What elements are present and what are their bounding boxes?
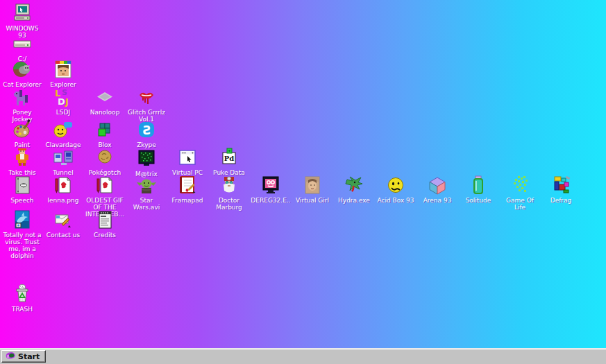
puke-data-icon: Pd [218, 146, 240, 168]
paint-palette-icon [11, 119, 33, 141]
desktop-icon-defrag[interactable]: Defrag [541, 174, 581, 204]
lsdj-icon: LSDJ [52, 86, 74, 108]
desktop-icon-label: Speech [10, 197, 33, 204]
desktop-icon-clavardage[interactable]: Clavardage [43, 119, 83, 148]
desktop-icon-label: Totally not a virus. Trust me, im a dolp… [2, 232, 42, 259]
dolphin-photo-icon [11, 209, 33, 231]
desktop-icon-label: Solitude [466, 197, 491, 204]
desktop-icon-virtual-girl[interactable]: Virtual Girl [292, 174, 333, 204]
windows93-desktop-screen: WINDOWS 93 C:/ Cat Explorer Explorer Pon… [0, 0, 606, 364]
desktop-icon-label: Virtual Girl [296, 197, 329, 204]
matrix-screen-icon [135, 148, 158, 170]
mail-pencil-icon [52, 209, 74, 231]
desktop-icon-poney-jockey[interactable]: Poney Jockey [2, 86, 42, 123]
desktop-area[interactable]: WINDOWS 93 C:/ Cat Explorer Explorer Pon… [0, 0, 606, 349]
windows93-logo-icon [5, 351, 16, 362]
desktop-icon-puke-data[interactable]: Pd Puke Data [209, 146, 249, 176]
desktop-icon-pok-gotch[interactable]: Pokégotch [85, 146, 125, 176]
drive-icon [11, 33, 33, 55]
start-button-label: Start [18, 353, 40, 361]
desktop-icon-acid-box-93[interactable]: Acid Box 93 [376, 174, 416, 204]
desktop-icon-framapad[interactable]: Framapad [167, 174, 208, 204]
desktop-icon-doctor-marburg[interactable]: Doctor Marburg [209, 174, 249, 211]
desktop-icon-cat-explorer[interactable]: Cat Explorer [2, 58, 42, 88]
desktop-icon-label: Framapad [172, 197, 203, 204]
desktop-icon-label: Doctor Marburg [209, 197, 249, 211]
dragon-icon [343, 174, 365, 196]
desktop-icon-star-wars-avi[interactable]: Star Wars.avi [126, 174, 167, 211]
tunnel-icon [52, 146, 74, 168]
desktop-icon-game-of-life[interactable]: Game Of Life [500, 174, 540, 211]
girl-photo-icon [301, 174, 323, 196]
lips-icon [135, 86, 158, 108]
taskbar: Start [0, 348, 606, 364]
desktop-icon-hydra-exe[interactable]: Hydra.exe [334, 174, 374, 204]
yoda-icon [135, 174, 158, 196]
acid-smiley-icon [385, 174, 407, 196]
start-button[interactable]: Start [1, 350, 46, 363]
credits-doc-icon [94, 209, 116, 231]
crt-face-icon [260, 174, 282, 196]
desktop-icon-credits[interactable]: Credits [85, 209, 125, 239]
explorer-face-icon [52, 58, 74, 80]
desktop-icon-label: TRASH [12, 306, 33, 313]
pony-icon [11, 86, 33, 108]
game-of-life-icon [509, 174, 531, 196]
chat-smiley-icon [52, 119, 74, 141]
desktop-icon-zkype[interactable]: S Zkype [126, 119, 167, 148]
desktop-icon-label: Arena 93 [423, 197, 452, 204]
desktop-icon-solitude[interactable]: Solitude [458, 174, 498, 204]
virtual-pc-icon [176, 146, 199, 168]
desktop-icon-virtual-pc[interactable]: Virtual PC [167, 146, 208, 176]
desktop-icon-lsdj[interactable]: LSDJ LSDJ [43, 86, 83, 116]
desktop-icon-explorer[interactable]: Explorer [43, 58, 83, 88]
cat-explorer-icon [11, 58, 33, 80]
speech-lips-icon [11, 174, 33, 196]
desktop-icon-label: Game Of Life [500, 197, 540, 211]
image-file-icon [52, 174, 74, 196]
old-man-icon [11, 146, 33, 168]
desktop-icon-label: Nanoloop [90, 109, 120, 116]
svg-text:J: J [65, 96, 69, 107]
nanoloop-icon [94, 86, 116, 108]
desktop-icon-nanoloop[interactable]: Nanoloop [85, 86, 125, 116]
zkype-icon: S [135, 119, 158, 141]
coin-icon [94, 146, 116, 168]
desktop-icon-speech[interactable]: Speech [2, 174, 42, 204]
desktop-icon-trash[interactable]: TRASH [2, 283, 42, 313]
framapad-icon [176, 174, 199, 196]
svg-text:Pd: Pd [224, 155, 235, 162]
desktop-icon-contact-us[interactable]: Contact us [43, 209, 83, 239]
desktop-icon-m-trix[interactable]: M@trix [126, 148, 167, 177]
desktop-icon-tunnel[interactable]: Tunnel [43, 146, 83, 176]
trash-can-icon [11, 283, 33, 305]
desktop-icon-arena-93[interactable]: Arena 93 [417, 174, 457, 204]
desktop-icon-label: Defrag [550, 197, 572, 204]
image-file-icon [94, 174, 116, 196]
desktop-icon-label: DEREG32.E.. [251, 197, 290, 204]
svg-text:S: S [142, 123, 151, 137]
svg-text:D: D [58, 96, 65, 107]
desktop-icon-label: Hydra.exe [338, 197, 370, 204]
desktop-icon-paint[interactable]: Paint [2, 119, 42, 148]
desktop-icon-blox[interactable]: Blox [85, 119, 125, 148]
desktop-icon-label: lenna.png [48, 197, 79, 204]
desktop-icon-label: Acid Box 93 [377, 197, 414, 204]
defrag-blocks-icon [550, 174, 572, 196]
desktop-icon-label: Star Wars.avi [126, 197, 167, 211]
blox-icon [94, 119, 116, 141]
doctor-icon [218, 174, 240, 196]
desktop-icon-label: LSDJ [56, 109, 70, 116]
iso-cube-icon [426, 174, 448, 196]
desktop-icon-label: Contact us [47, 232, 80, 239]
desktop-icon-dereg32-e[interactable]: DEREG32.E.. [251, 174, 291, 204]
desktop-icon-glitch-grrrlz-vol-1[interactable]: Glitch Grrrlz Vol.1 [126, 86, 167, 123]
desktop-icon-lenna-png[interactable]: lenna.png [43, 174, 83, 204]
computer-icon [11, 2, 33, 24]
desktop-icon-label: Credits [94, 232, 116, 239]
jar-icon [467, 174, 489, 196]
desktop-icon-totally-not-a-virus-trust-me-i[interactable]: Totally not a virus. Trust me, im a dolp… [2, 209, 42, 259]
desktop-icon-take-this[interactable]: Take this [2, 146, 42, 176]
